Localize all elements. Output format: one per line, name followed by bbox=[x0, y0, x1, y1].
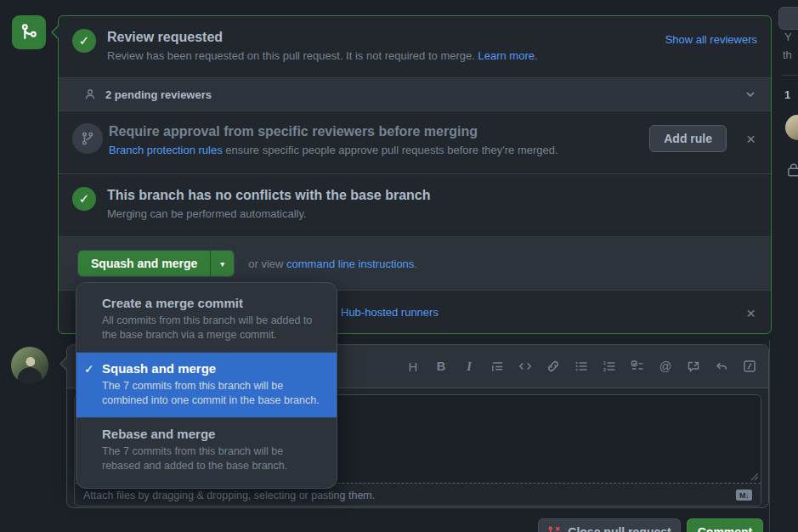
branch-protection-rules-link[interactable]: Branch protection rules bbox=[109, 144, 223, 156]
task-list-icon[interactable] bbox=[631, 359, 644, 373]
merge-status-description: Merging can be performed automatically. bbox=[107, 207, 431, 220]
timeline-merge-badge bbox=[12, 15, 46, 49]
quote-icon[interactable] bbox=[490, 359, 504, 373]
dropdown-caret-icon: ▾ bbox=[220, 259, 224, 269]
pending-reviewers-label: 2 pending reviewers bbox=[105, 88, 212, 101]
check-circle-icon: ✓ bbox=[72, 187, 96, 211]
cli-hint: or view command line instructions. bbox=[248, 258, 417, 270]
markdown-icon: M↓ bbox=[736, 490, 752, 501]
reply-icon[interactable] bbox=[715, 359, 728, 373]
unordered-list-icon[interactable] bbox=[574, 359, 588, 373]
check-circle-icon: ✓ bbox=[72, 29, 96, 53]
resize-gripper[interactable] bbox=[750, 473, 759, 481]
cross-reference-icon[interactable] bbox=[687, 359, 700, 373]
right-rail-avatar bbox=[785, 115, 798, 140]
ordered-list-icon[interactable]: 12 bbox=[603, 359, 616, 373]
learn-more-link[interactable]: Learn more. bbox=[478, 49, 537, 62]
menu-item-create-merge-commit[interactable]: Create a merge commit All commits from t… bbox=[76, 287, 337, 352]
slash-shortcut-icon[interactable] bbox=[743, 359, 756, 373]
attach-files-hint: Attach files by dragging & dropping, sel… bbox=[83, 490, 375, 501]
composer-caret-fill bbox=[61, 357, 68, 371]
dismiss-protection-icon[interactable]: × bbox=[746, 131, 756, 147]
dismiss-banner-icon[interactable]: × bbox=[746, 305, 756, 321]
svg-text:2: 2 bbox=[603, 367, 607, 372]
svg-text:1: 1 bbox=[603, 360, 607, 365]
person-icon bbox=[83, 88, 97, 101]
review-requested-description: Review has been requested on this pull r… bbox=[107, 49, 538, 62]
closed-pull-request-icon bbox=[547, 525, 561, 532]
merge-status-title: This branch has no conflicts with the ba… bbox=[107, 187, 431, 204]
branch-protection-description: Branch protection rules ensure specific … bbox=[109, 144, 558, 156]
git-branch-icon bbox=[72, 123, 103, 154]
show-all-reviewers-link[interactable]: Show all reviewers bbox=[665, 33, 757, 46]
heading-icon[interactable]: H bbox=[406, 359, 420, 373]
pending-reviewers-row[interactable]: 2 pending reviewers bbox=[59, 77, 771, 111]
command-line-instructions-link[interactable]: command line instructions bbox=[286, 258, 414, 270]
right-rail-text-fragment: th bbox=[783, 48, 792, 61]
lock-icon bbox=[786, 162, 798, 178]
merge-status-section: ✓ This branch has no conflicts with the … bbox=[59, 173, 771, 236]
avatar bbox=[11, 347, 48, 384]
close-pull-request-button[interactable]: Close pull request bbox=[538, 518, 681, 532]
mention-icon[interactable]: @ bbox=[659, 359, 672, 373]
merge-options-caret-button[interactable]: ▾ bbox=[210, 251, 234, 276]
code-icon[interactable] bbox=[518, 359, 532, 373]
bold-icon[interactable]: B bbox=[434, 359, 448, 373]
menu-item-squash-and-merge[interactable]: ✓ Squash and merge The 7 commits from th… bbox=[76, 352, 337, 417]
right-rail-button-fragment[interactable] bbox=[778, 7, 798, 30]
column-divider bbox=[769, 340, 770, 532]
italic-icon[interactable]: I bbox=[462, 359, 476, 373]
selected-check-icon: ✓ bbox=[84, 362, 94, 376]
branch-protection-title: Require approval from specific reviewers… bbox=[109, 123, 558, 140]
comment-button[interactable]: Comment bbox=[687, 518, 763, 532]
right-rail-count-fragment: 1 bbox=[784, 88, 790, 101]
hosted-runners-link[interactable]: Hub-hosted runners bbox=[341, 306, 439, 319]
pull-request-merge-page: ✓ Review requested Review has been reque… bbox=[0, 0, 798, 532]
menu-item-rebase-and-merge[interactable]: Rebase and merge The 7 commits from this… bbox=[76, 417, 337, 483]
merge-method-menu: Create a merge commit All commits from t… bbox=[76, 282, 337, 489]
review-requested-section: ✓ Review requested Review has been reque… bbox=[59, 16, 771, 77]
branch-protection-section: Require approval from specific reviewers… bbox=[59, 111, 771, 173]
squash-and-merge-button[interactable]: Squash and merge bbox=[78, 251, 210, 276]
right-rail-text-fragment: Y bbox=[784, 31, 792, 43]
git-merge-icon bbox=[20, 23, 38, 42]
right-rail-divider bbox=[782, 75, 798, 76]
add-rule-button[interactable]: Add rule bbox=[649, 125, 727, 152]
review-requested-title: Review requested bbox=[107, 29, 538, 46]
link-icon[interactable] bbox=[546, 359, 560, 373]
chevron-down-icon[interactable] bbox=[744, 88, 757, 101]
